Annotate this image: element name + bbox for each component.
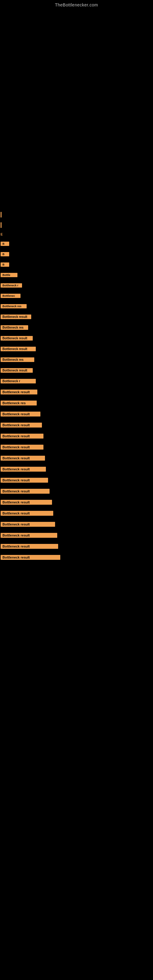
result-item-27: Bottleneck result	[1, 522, 55, 527]
result-item-2: B	[1, 252, 9, 256]
result-item-5: Bottleneck r	[1, 283, 22, 288]
result-row-4: Bottle	[0, 270, 153, 280]
result-row-16: Bottleneck res	[0, 398, 153, 409]
indicator-row-e: E	[0, 230, 153, 239]
result-item-3: B	[1, 262, 9, 267]
result-row-9: Bottleneck res	[0, 322, 153, 333]
result-row-1: B	[0, 239, 153, 249]
result-item-30: Bottleneck result	[1, 555, 60, 560]
result-row-7: Bottleneck res	[0, 301, 153, 312]
result-item-15: Bottleneck result	[1, 390, 37, 395]
result-item-16: Bottleneck res	[1, 401, 37, 406]
result-row-18: Bottleneck result	[0, 420, 153, 431]
result-item-7: Bottleneck res	[1, 304, 27, 309]
result-row-23: Bottleneck result	[0, 475, 153, 486]
indicator-line	[1, 212, 2, 218]
result-row-6: Bottlenec	[0, 291, 153, 301]
result-row-21: Bottleneck result	[0, 453, 153, 464]
result-item-24: Bottleneck result	[1, 489, 49, 494]
result-row-13: Bottleneck result	[0, 365, 153, 376]
result-item-25: Bottleneck result	[1, 500, 52, 505]
result-row-2: B	[0, 249, 153, 259]
result-item-6: Bottlenec	[1, 294, 21, 298]
result-row-27: Bottleneck result	[0, 519, 153, 530]
result-item-11: Bottleneck result	[1, 347, 36, 351]
result-item-8: Bottleneck result	[1, 315, 31, 319]
result-row-17: Bottleneck result	[0, 409, 153, 420]
result-item-10: Bottleneck result	[1, 336, 33, 340]
result-row-10: Bottleneck result	[0, 333, 153, 344]
result-item-22: Bottleneck result	[1, 467, 46, 472]
result-row-24: Bottleneck result	[0, 486, 153, 497]
result-row-25: Bottleneck result	[0, 497, 153, 508]
result-item-12: Bottleneck res	[1, 357, 34, 362]
indicator-row-1	[0, 210, 153, 220]
result-row-3: B	[0, 259, 153, 270]
result-row-8: Bottleneck result	[0, 312, 153, 322]
indicator-line-2	[1, 222, 2, 228]
result-item-13: Bottleneck result	[1, 368, 33, 373]
indicator-row-2	[0, 220, 153, 230]
site-title: TheBottlenecker.com	[0, 0, 153, 7]
result-row-30: Bottleneck result	[0, 552, 153, 563]
result-item-19: Bottleneck result	[1, 434, 43, 439]
result-row-26: Bottleneck result	[0, 508, 153, 519]
chart-area	[0, 7, 153, 105]
result-row-20: Bottleneck result	[0, 442, 153, 453]
result-item-4: Bottle	[1, 273, 18, 277]
result-item-20: Bottleneck result	[1, 445, 43, 450]
result-item-9: Bottleneck res	[1, 325, 28, 330]
small-e-label: E	[1, 233, 3, 236]
result-item-17: Bottleneck result	[1, 412, 40, 417]
result-item-1: B	[1, 242, 9, 246]
result-row-5: Bottleneck r	[0, 280, 153, 291]
result-item-23: Bottleneck result	[1, 478, 48, 483]
result-row-29: Bottleneck result	[0, 541, 153, 552]
result-row-19: Bottleneck result	[0, 431, 153, 442]
result-item-29: Bottleneck result	[1, 544, 58, 549]
result-row-12: Bottleneck res	[0, 354, 153, 365]
result-item-18: Bottleneck result	[1, 423, 42, 428]
result-row-15: Bottleneck result	[0, 387, 153, 398]
result-row-14: Bottleneck r	[0, 376, 153, 387]
result-item-26: Bottleneck result	[1, 511, 53, 516]
result-item-21: Bottleneck result	[1, 456, 45, 461]
result-row-28: Bottleneck result	[0, 530, 153, 541]
results-container: E BBBBottleBottleneck rBottlenecBottlene…	[0, 105, 153, 563]
result-row-22: Bottleneck result	[0, 464, 153, 475]
result-item-28: Bottleneck result	[1, 533, 57, 538]
result-row-11: Bottleneck result	[0, 344, 153, 354]
result-item-14: Bottleneck r	[1, 379, 36, 383]
